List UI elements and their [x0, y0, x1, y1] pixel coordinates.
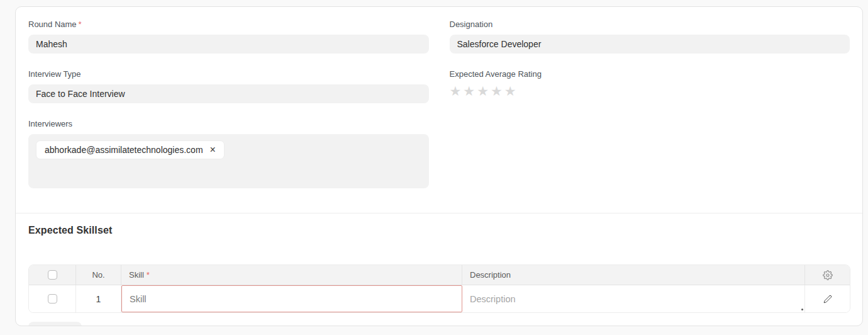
interviewers-label-text: Interviewers	[28, 119, 72, 128]
field-designation: Designation	[450, 19, 850, 54]
skillset-table-header: No. Skill * Description	[29, 265, 850, 285]
description-column-header: Description	[470, 270, 511, 280]
interview-type-label-text: Interview Type	[28, 69, 81, 79]
section-divider	[16, 213, 862, 213]
form-card: Round Name * Interview Type Interviewers…	[15, 6, 863, 326]
header-checkbox-cell	[29, 265, 76, 285]
header-no-cell: No.	[76, 265, 121, 285]
row-no-cell: 1	[76, 285, 121, 312]
interviewer-tag: abhorkade@assimilatetechnologies.com ×	[36, 140, 225, 159]
expected-average-rating-label: Expected Average Rating	[450, 69, 850, 79]
header-skill-cell: Skill *	[121, 265, 462, 285]
expected-average-rating-label-text: Expected Average Rating	[450, 69, 542, 79]
form-column-left: Round Name * Interview Type Interviewers…	[28, 19, 429, 203]
add-row-button[interactable]: Add Row	[28, 322, 82, 326]
row-description-cell	[462, 285, 805, 312]
designation-input[interactable]	[450, 35, 850, 54]
interviewers-multiselect[interactable]: abhorkade@assimilatetechnologies.com ×	[28, 134, 429, 188]
remove-tag-icon[interactable]: ×	[210, 145, 216, 155]
skillset-table: No. Skill * Description	[28, 264, 850, 313]
star-icon[interactable]: ★	[504, 84, 516, 98]
form-column-right: Designation Expected Average Rating ★★★★…	[450, 19, 850, 203]
row-edit-cell	[805, 285, 850, 312]
form-fields-section: Round Name * Interview Type Interviewers…	[16, 7, 862, 203]
header-settings-cell	[805, 265, 850, 285]
column-resize-handle[interactable]	[801, 309, 803, 310]
interview-type-input[interactable]	[28, 84, 429, 103]
star-icon[interactable]: ★	[491, 84, 503, 98]
star-icon[interactable]: ★	[463, 84, 475, 98]
interview-type-label: Interview Type	[28, 69, 429, 79]
row-skill-cell	[121, 285, 462, 312]
table-settings-button[interactable]	[805, 265, 850, 285]
field-interview-type: Interview Type	[28, 69, 429, 103]
required-asterisk: *	[79, 20, 82, 29]
pencil-icon	[823, 295, 832, 304]
designation-label-text: Designation	[450, 20, 493, 29]
interviewers-label: Interviewers	[28, 118, 429, 128]
field-expected-average-rating: Expected Average Rating ★★★★★	[450, 69, 850, 98]
field-round-name: Round Name *	[28, 19, 429, 54]
designation-label: Designation	[450, 19, 850, 29]
round-name-label: Round Name *	[28, 19, 429, 29]
star-icon[interactable]: ★	[477, 84, 489, 98]
header-description-cell: Description	[462, 265, 805, 285]
required-asterisk: *	[147, 270, 150, 280]
rating-stars: ★★★★★	[450, 84, 850, 98]
gear-icon	[823, 270, 833, 280]
skillset-section-title: Expected Skillset	[28, 225, 850, 236]
select-all-checkbox[interactable]	[48, 270, 57, 280]
field-interviewers: Interviewers abhorkade@assimilatetechnol…	[28, 118, 429, 188]
description-input[interactable]	[462, 285, 804, 312]
interviewer-tag-text: abhorkade@assimilatetechnologies.com	[45, 145, 203, 155]
round-name-input[interactable]	[28, 35, 429, 54]
no-column-header: No.	[92, 270, 104, 280]
skill-input[interactable]	[121, 285, 462, 312]
skillset-table-row: 1	[29, 285, 850, 312]
row-checkbox-cell	[29, 285, 76, 312]
edit-row-button[interactable]	[805, 285, 850, 312]
row-number: 1	[96, 294, 101, 304]
star-icon[interactable]: ★	[450, 84, 462, 98]
row-checkbox[interactable]	[48, 294, 57, 304]
round-name-label-text: Round Name	[28, 20, 77, 29]
skill-column-header: Skill	[129, 270, 144, 280]
